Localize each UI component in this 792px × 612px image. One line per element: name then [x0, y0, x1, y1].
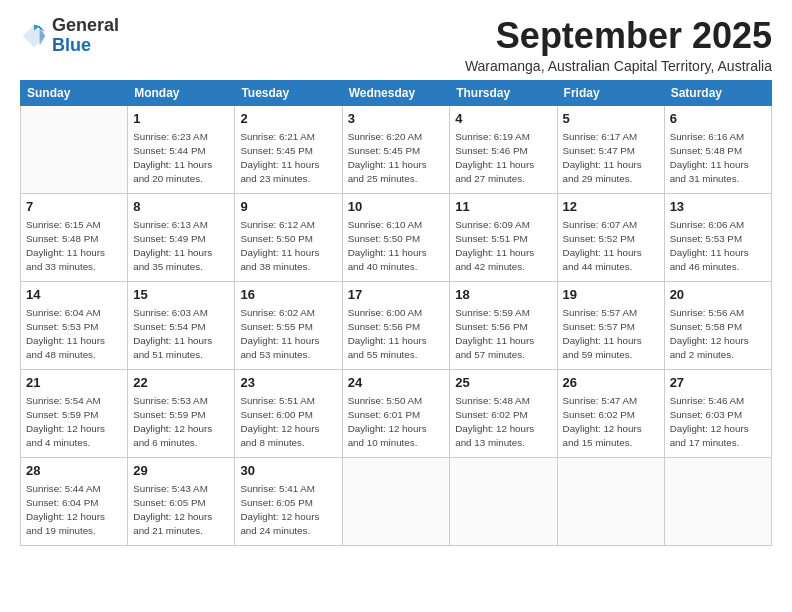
calendar-header-row: SundayMondayTuesdayWednesdayThursdayFrid… — [21, 80, 772, 105]
logo-text: General Blue — [52, 16, 119, 56]
day-number: 28 — [26, 462, 122, 480]
calendar-cell: 10Sunrise: 6:10 AM Sunset: 5:50 PM Dayli… — [342, 193, 450, 281]
day-header-monday: Monday — [128, 80, 235, 105]
calendar-cell: 17Sunrise: 6:00 AM Sunset: 5:56 PM Dayli… — [342, 281, 450, 369]
day-number: 18 — [455, 286, 551, 304]
day-number: 12 — [563, 198, 659, 216]
day-info: Sunrise: 6:12 AM Sunset: 5:50 PM Dayligh… — [240, 218, 336, 275]
week-row-5: 28Sunrise: 5:44 AM Sunset: 6:04 PM Dayli… — [21, 457, 772, 545]
calendar-cell — [664, 457, 771, 545]
calendar-cell: 13Sunrise: 6:06 AM Sunset: 5:53 PM Dayli… — [664, 193, 771, 281]
day-number: 11 — [455, 198, 551, 216]
day-info: Sunrise: 5:51 AM Sunset: 6:00 PM Dayligh… — [240, 394, 336, 451]
day-number: 7 — [26, 198, 122, 216]
day-header-thursday: Thursday — [450, 80, 557, 105]
day-info: Sunrise: 6:03 AM Sunset: 5:54 PM Dayligh… — [133, 306, 229, 363]
day-header-saturday: Saturday — [664, 80, 771, 105]
day-info: Sunrise: 5:46 AM Sunset: 6:03 PM Dayligh… — [670, 394, 766, 451]
day-number: 14 — [26, 286, 122, 304]
day-info: Sunrise: 6:13 AM Sunset: 5:49 PM Dayligh… — [133, 218, 229, 275]
day-info: Sunrise: 5:56 AM Sunset: 5:58 PM Dayligh… — [670, 306, 766, 363]
day-number: 17 — [348, 286, 445, 304]
day-info: Sunrise: 6:15 AM Sunset: 5:48 PM Dayligh… — [26, 218, 122, 275]
day-info: Sunrise: 6:17 AM Sunset: 5:47 PM Dayligh… — [563, 130, 659, 187]
calendar-cell: 30Sunrise: 5:41 AM Sunset: 6:05 PM Dayli… — [235, 457, 342, 545]
day-info: Sunrise: 5:43 AM Sunset: 6:05 PM Dayligh… — [133, 482, 229, 539]
calendar-cell: 23Sunrise: 5:51 AM Sunset: 6:00 PM Dayli… — [235, 369, 342, 457]
day-number: 21 — [26, 374, 122, 392]
day-number: 2 — [240, 110, 336, 128]
calendar-table: SundayMondayTuesdayWednesdayThursdayFrid… — [20, 80, 772, 546]
calendar-cell: 4Sunrise: 6:19 AM Sunset: 5:46 PM Daylig… — [450, 105, 557, 193]
calendar-cell: 27Sunrise: 5:46 AM Sunset: 6:03 PM Dayli… — [664, 369, 771, 457]
day-number: 19 — [563, 286, 659, 304]
day-number: 13 — [670, 198, 766, 216]
day-info: Sunrise: 6:09 AM Sunset: 5:51 PM Dayligh… — [455, 218, 551, 275]
day-info: Sunrise: 5:57 AM Sunset: 5:57 PM Dayligh… — [563, 306, 659, 363]
day-number: 3 — [348, 110, 445, 128]
calendar-cell — [342, 457, 450, 545]
day-info: Sunrise: 5:47 AM Sunset: 6:02 PM Dayligh… — [563, 394, 659, 451]
day-info: Sunrise: 6:02 AM Sunset: 5:55 PM Dayligh… — [240, 306, 336, 363]
calendar-cell: 16Sunrise: 6:02 AM Sunset: 5:55 PM Dayli… — [235, 281, 342, 369]
day-number: 23 — [240, 374, 336, 392]
week-row-1: 1Sunrise: 6:23 AM Sunset: 5:44 PM Daylig… — [21, 105, 772, 193]
calendar-cell: 24Sunrise: 5:50 AM Sunset: 6:01 PM Dayli… — [342, 369, 450, 457]
logo-icon — [20, 22, 48, 50]
day-number: 24 — [348, 374, 445, 392]
page-header: General Blue September 2025 Waramanga, A… — [20, 16, 772, 74]
calendar-cell: 3Sunrise: 6:20 AM Sunset: 5:45 PM Daylig… — [342, 105, 450, 193]
day-number: 20 — [670, 286, 766, 304]
day-info: Sunrise: 6:21 AM Sunset: 5:45 PM Dayligh… — [240, 130, 336, 187]
logo-blue: Blue — [52, 35, 91, 55]
calendar-cell: 29Sunrise: 5:43 AM Sunset: 6:05 PM Dayli… — [128, 457, 235, 545]
day-info: Sunrise: 6:06 AM Sunset: 5:53 PM Dayligh… — [670, 218, 766, 275]
day-number: 27 — [670, 374, 766, 392]
day-info: Sunrise: 5:44 AM Sunset: 6:04 PM Dayligh… — [26, 482, 122, 539]
calendar-cell: 19Sunrise: 5:57 AM Sunset: 5:57 PM Dayli… — [557, 281, 664, 369]
calendar-cell: 9Sunrise: 6:12 AM Sunset: 5:50 PM Daylig… — [235, 193, 342, 281]
calendar-cell — [21, 105, 128, 193]
day-info: Sunrise: 6:20 AM Sunset: 5:45 PM Dayligh… — [348, 130, 445, 187]
day-number: 25 — [455, 374, 551, 392]
calendar-cell: 6Sunrise: 6:16 AM Sunset: 5:48 PM Daylig… — [664, 105, 771, 193]
calendar-cell: 18Sunrise: 5:59 AM Sunset: 5:56 PM Dayli… — [450, 281, 557, 369]
calendar-cell: 15Sunrise: 6:03 AM Sunset: 5:54 PM Dayli… — [128, 281, 235, 369]
day-info: Sunrise: 5:48 AM Sunset: 6:02 PM Dayligh… — [455, 394, 551, 451]
calendar-cell: 11Sunrise: 6:09 AM Sunset: 5:51 PM Dayli… — [450, 193, 557, 281]
location-subtitle: Waramanga, Australian Capital Territory,… — [465, 58, 772, 74]
week-row-2: 7Sunrise: 6:15 AM Sunset: 5:48 PM Daylig… — [21, 193, 772, 281]
day-number: 1 — [133, 110, 229, 128]
calendar-cell: 25Sunrise: 5:48 AM Sunset: 6:02 PM Dayli… — [450, 369, 557, 457]
calendar-cell: 20Sunrise: 5:56 AM Sunset: 5:58 PM Dayli… — [664, 281, 771, 369]
calendar-cell: 7Sunrise: 6:15 AM Sunset: 5:48 PM Daylig… — [21, 193, 128, 281]
day-number: 15 — [133, 286, 229, 304]
day-info: Sunrise: 6:10 AM Sunset: 5:50 PM Dayligh… — [348, 218, 445, 275]
day-info: Sunrise: 6:00 AM Sunset: 5:56 PM Dayligh… — [348, 306, 445, 363]
day-info: Sunrise: 5:41 AM Sunset: 6:05 PM Dayligh… — [240, 482, 336, 539]
calendar-cell: 1Sunrise: 6:23 AM Sunset: 5:44 PM Daylig… — [128, 105, 235, 193]
day-number: 6 — [670, 110, 766, 128]
day-info: Sunrise: 6:23 AM Sunset: 5:44 PM Dayligh… — [133, 130, 229, 187]
week-row-4: 21Sunrise: 5:54 AM Sunset: 5:59 PM Dayli… — [21, 369, 772, 457]
day-number: 10 — [348, 198, 445, 216]
day-header-friday: Friday — [557, 80, 664, 105]
day-number: 26 — [563, 374, 659, 392]
day-number: 4 — [455, 110, 551, 128]
logo: General Blue — [20, 16, 119, 56]
calendar-cell — [557, 457, 664, 545]
calendar-cell: 5Sunrise: 6:17 AM Sunset: 5:47 PM Daylig… — [557, 105, 664, 193]
day-header-wednesday: Wednesday — [342, 80, 450, 105]
calendar-cell: 12Sunrise: 6:07 AM Sunset: 5:52 PM Dayli… — [557, 193, 664, 281]
day-number: 22 — [133, 374, 229, 392]
calendar-cell: 21Sunrise: 5:54 AM Sunset: 5:59 PM Dayli… — [21, 369, 128, 457]
calendar-cell: 8Sunrise: 6:13 AM Sunset: 5:49 PM Daylig… — [128, 193, 235, 281]
day-info: Sunrise: 5:53 AM Sunset: 5:59 PM Dayligh… — [133, 394, 229, 451]
day-number: 30 — [240, 462, 336, 480]
day-info: Sunrise: 6:19 AM Sunset: 5:46 PM Dayligh… — [455, 130, 551, 187]
day-number: 9 — [240, 198, 336, 216]
day-number: 16 — [240, 286, 336, 304]
week-row-3: 14Sunrise: 6:04 AM Sunset: 5:53 PM Dayli… — [21, 281, 772, 369]
calendar-cell: 28Sunrise: 5:44 AM Sunset: 6:04 PM Dayli… — [21, 457, 128, 545]
title-block: September 2025 Waramanga, Australian Cap… — [465, 16, 772, 74]
